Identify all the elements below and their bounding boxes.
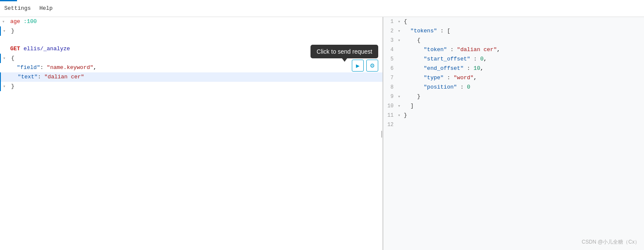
response-line: 11▾}: [383, 111, 644, 120]
response-line-number: 2: [383, 27, 396, 35]
response-line: 8 "position" : 0: [383, 83, 644, 92]
response-line-number: 5: [383, 55, 396, 63]
line-content: age :100: [7, 17, 382, 26]
response-line-number: 11: [383, 111, 396, 120]
settings-button[interactable]: ⚙: [366, 60, 378, 72]
left-panel: ▾age :100▾}GET ellis/_analyze▾{ "field":…: [0, 17, 383, 250]
line-content: {: [8, 54, 382, 63]
line-gutter[interactable]: ▾: [1, 82, 8, 91]
response-line-number: 3: [383, 36, 396, 45]
response-line-number: 7: [383, 74, 396, 82]
response-content: }: [402, 92, 644, 101]
right-panel: 1▾{2▾ "tokens" : [3▾ {4 "token" : "dalia…: [383, 17, 644, 250]
response-line: 2▾ "tokens" : [: [383, 26, 644, 36]
editor-line: ▾}: [0, 82, 382, 91]
response-gutter[interactable]: ▾: [396, 111, 402, 120]
run-button[interactable]: ▶: [352, 60, 364, 72]
response-line-number: 10: [383, 102, 396, 110]
editor-line: ▾}: [0, 26, 382, 36]
code-editor: ▾age :100▾}GET ellis/_analyze▾{ "field":…: [0, 17, 382, 250]
editor-line: "field": "name.keyword",: [0, 63, 382, 72]
response-gutter[interactable]: ▾: [396, 36, 402, 45]
response-content: "tokens" : [: [402, 27, 644, 35]
response-content: ]: [402, 102, 644, 110]
response-line-number: 1: [383, 17, 396, 26]
response-line: 3▾ {: [383, 36, 644, 45]
response-line: 5 "start_offset" : 0,: [383, 55, 644, 64]
response-content: "token" : "dalian cer",: [402, 46, 644, 54]
line-content: "field": "name.keyword",: [7, 63, 382, 72]
line-gutter[interactable]: ▾: [0, 17, 7, 26]
progress-bar: [0, 0, 17, 1]
main-layout: ▾age :100▾}GET ellis/_analyze▾{ "field":…: [0, 17, 644, 250]
response-line-number: 6: [383, 64, 396, 73]
response-gutter[interactable]: ▾: [396, 102, 402, 110]
top-bar: Settings Help: [0, 0, 644, 17]
nav-menu: Settings Help: [4, 3, 53, 13]
response-line-number: 8: [383, 83, 396, 92]
response-content: {: [402, 36, 644, 45]
editor-line: "text": "dalian cer": [0, 72, 382, 82]
response-line: 1▾{: [383, 17, 644, 26]
editor-line: ▾{: [0, 54, 382, 63]
response-content: {: [402, 17, 644, 26]
editor-line: ▾age :100: [0, 17, 382, 26]
editor-area: ▾age :100▾}GET ellis/_analyze▾{ "field":…: [0, 17, 382, 250]
editor-toolbar: ▶ ⚙: [352, 60, 378, 72]
response-line: 6 "end_offset" : 10,: [383, 64, 644, 73]
line-gutter[interactable]: ▾: [1, 54, 8, 63]
menu-settings[interactable]: Settings: [4, 3, 31, 13]
response-content: "end_offset" : 10,: [402, 64, 644, 73]
drag-handle[interactable]: ‖: [380, 127, 382, 140]
line-content: }: [8, 27, 382, 35]
response-area: 1▾{2▾ "tokens" : [3▾ {4 "token" : "dalia…: [383, 17, 644, 250]
line-content: }: [8, 82, 382, 91]
watermark: CSDN @小儿全糖（Cx）: [582, 239, 640, 246]
response-content: }: [402, 111, 644, 120]
menu-help[interactable]: Help: [39, 3, 52, 13]
line-content: GET ellis/_analyze: [7, 45, 382, 53]
response-line-number: 9: [383, 92, 396, 101]
response-content: "type" : "word",: [402, 74, 644, 82]
response-gutter[interactable]: ▾: [396, 92, 402, 101]
line-content: "text": "dalian cer": [8, 73, 382, 81]
response-line: 10▾ ]: [383, 101, 644, 111]
response-line: 7 "type" : "word",: [383, 73, 644, 83]
response-content: "position" : 0: [402, 83, 644, 92]
response-line-number: 4: [383, 46, 396, 54]
line-gutter[interactable]: ▾: [1, 27, 8, 35]
response-gutter[interactable]: ▾: [396, 27, 402, 35]
response-gutter[interactable]: ▾: [396, 17, 402, 26]
response-line: 4 "token" : "dalian cer",: [383, 45, 644, 55]
response-line: 9▾ }: [383, 92, 644, 101]
editor-line: GET ellis/_analyze: [0, 44, 382, 54]
response-content: "start_offset" : 0,: [402, 55, 644, 63]
editor-line: [0, 36, 382, 44]
response-line: 12: [383, 120, 644, 129]
response-line-number: 12: [383, 121, 396, 129]
